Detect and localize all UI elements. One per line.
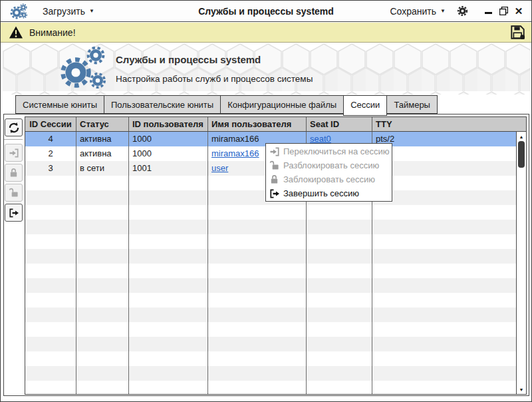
table-empty-row: [25, 366, 516, 381]
table-empty-row: [25, 293, 516, 307]
refresh-button[interactable]: [5, 118, 23, 136]
column-header-2[interactable]: Статус: [76, 117, 129, 131]
cell: [129, 381, 208, 395]
cell: [307, 234, 372, 249]
table-header-row: ID СессииСтатусID пользователяИмя пользо…: [25, 117, 526, 132]
cell: 1000: [129, 146, 208, 161]
maximize-icon: [499, 7, 508, 15]
session-context-menu: Переключиться на сессиюРазблокировать се…: [265, 143, 392, 202]
cell-link[interactable]: seat0: [310, 134, 331, 144]
cell: 1000: [129, 132, 208, 146]
close-icon: ✕: [515, 7, 523, 16]
menu-item-terminate-session[interactable]: Завершить сессию: [266, 186, 392, 200]
cell: [372, 176, 516, 190]
toolbar-separator: [4, 139, 23, 140]
cell: [76, 205, 129, 220]
cell: [372, 146, 516, 161]
cell-link[interactable]: user: [211, 163, 228, 173]
cell: в сети: [76, 161, 129, 176]
table-empty-row: [25, 234, 516, 249]
cell: [208, 307, 307, 322]
scrollbar-thumb[interactable]: [518, 141, 525, 168]
cell: [129, 351, 208, 366]
column-header-6[interactable]: TTY: [372, 117, 526, 131]
table-empty-row: [25, 264, 516, 278]
tab-user-units[interactable]: Пользовательские юниты: [104, 95, 221, 114]
cell: pts/2: [372, 132, 516, 146]
settings-gear-icon[interactable]: [456, 5, 469, 17]
load-dropdown-label: Загрузить: [43, 6, 85, 17]
cell: [25, 337, 76, 351]
cell: 4: [25, 132, 76, 146]
cell: [129, 293, 208, 307]
cell: [25, 307, 76, 322]
cell: [76, 337, 129, 351]
cell: [76, 351, 129, 366]
scroll-down-icon[interactable]: ▼: [517, 385, 526, 393]
table-empty-row: [25, 337, 516, 351]
cell: 1001: [129, 161, 208, 176]
app-window: Загрузить ▼ Службы и процессы systemd Со…: [0, 0, 532, 402]
cell: [129, 307, 208, 322]
column-header-1[interactable]: ID Сессии: [25, 117, 76, 131]
cell: [25, 381, 76, 395]
tab-system-units[interactable]: Системные юниты: [15, 95, 104, 114]
cell: [129, 278, 208, 293]
cell: [372, 307, 516, 322]
table-empty-row: [25, 249, 516, 264]
cell: [76, 249, 129, 264]
vertical-scrollbar[interactable]: ▲ ▼: [516, 132, 526, 394]
maximize-button[interactable]: [499, 7, 508, 16]
column-header-4[interactable]: Имя пользователя: [208, 117, 307, 131]
cell: [208, 381, 307, 395]
cell: [76, 190, 129, 205]
floppy-save-icon[interactable]: [510, 25, 525, 40]
column-header-5[interactable]: Seat ID: [307, 117, 372, 131]
cell: [129, 249, 208, 264]
cell: [208, 249, 307, 264]
terminate-session-button[interactable]: [5, 204, 23, 222]
cell: [129, 264, 208, 278]
column-header-3[interactable]: ID пользователя: [129, 117, 208, 131]
menu-item-lock-session: Заблокировать сессию: [266, 172, 392, 186]
enter-session-icon: [9, 148, 19, 158]
cell: [208, 234, 307, 249]
cell: [76, 220, 129, 234]
scroll-up-icon[interactable]: ▲: [517, 132, 526, 140]
chevron-down-icon: ▼: [89, 8, 94, 14]
cell: [25, 249, 76, 264]
tab-timers[interactable]: Таймеры: [386, 95, 438, 114]
warning-label: Внимание!: [29, 27, 76, 38]
cell: [372, 190, 516, 205]
cell: [76, 176, 129, 190]
menu-item-label: Переключиться на сессию: [283, 146, 390, 156]
cell-link[interactable]: miramax166: [211, 148, 259, 158]
tab-config-files[interactable]: Конфигурационные файлы: [220, 95, 344, 114]
cell: [372, 381, 516, 395]
cell: [76, 366, 129, 381]
cell: [307, 249, 372, 264]
cell: [76, 264, 129, 278]
cell: [208, 366, 307, 381]
load-dropdown-button[interactable]: Загрузить ▼: [43, 6, 94, 17]
cell: [25, 234, 76, 249]
cell: [208, 337, 307, 351]
close-button[interactable]: ✕: [514, 7, 523, 16]
tab-bar: Системные юнитыПользовательские юнитыКон…: [15, 95, 437, 116]
refresh-icon: [8, 122, 20, 134]
switch-session-button: [5, 144, 23, 162]
cell: [208, 220, 307, 234]
cell: [25, 190, 76, 205]
lock-icon: [9, 168, 19, 178]
minimize-button[interactable]: [483, 7, 493, 16]
cell: [129, 337, 208, 351]
cell: [25, 220, 76, 234]
tab-sessions[interactable]: Сессии: [343, 95, 387, 116]
table-empty-row: [25, 351, 516, 366]
cell: [307, 205, 372, 220]
table-empty-row: [25, 381, 516, 395]
cell: [372, 220, 516, 234]
cell: активна: [76, 146, 129, 161]
cell: [307, 351, 372, 366]
save-dropdown-button[interactable]: Сохранить ▼: [390, 6, 446, 17]
